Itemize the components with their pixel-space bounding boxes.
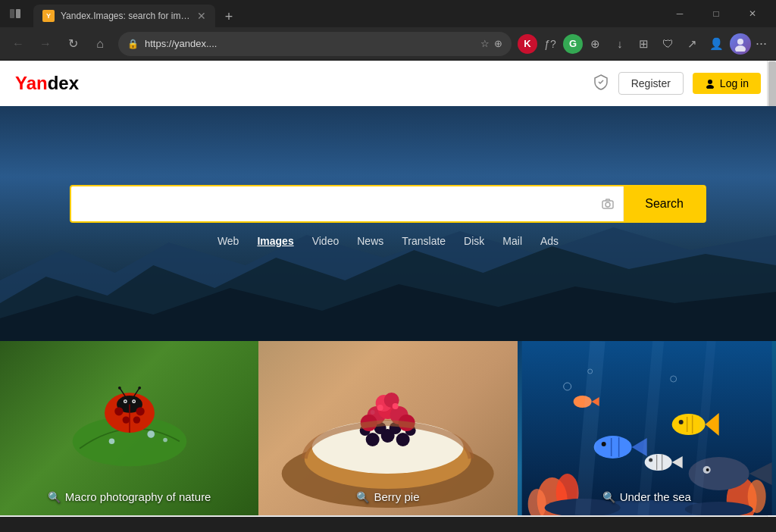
svg-point-14 xyxy=(114,407,123,415)
svg-rect-1 xyxy=(16,9,20,18)
nav-images[interactable]: Images xyxy=(257,235,293,247)
svg-point-48 xyxy=(393,403,399,409)
svg-point-61 xyxy=(678,420,683,424)
nav-web[interactable]: Web xyxy=(217,235,239,247)
svg-point-64 xyxy=(593,436,631,458)
forward-btn[interactable]: → xyxy=(33,32,58,56)
active-tab[interactable]: Y Yandex.Images: search for image... ✕ xyxy=(33,5,215,27)
k-extension-btn[interactable]: K xyxy=(518,34,537,54)
shield-icon[interactable] xyxy=(593,74,609,94)
sea-illustration xyxy=(518,341,776,515)
yandex-header: Yandex Register Log in xyxy=(0,61,776,106)
svg-point-25 xyxy=(118,386,121,390)
svg-point-49 xyxy=(371,410,375,415)
nav-video[interactable]: Video xyxy=(312,235,340,247)
search-icon-ladybug: 🔍 xyxy=(48,491,61,503)
home-btn[interactable]: ⌂ xyxy=(88,32,112,56)
search-bar[interactable]: Search xyxy=(70,185,706,223)
refresh-btn[interactable]: ↻ xyxy=(61,32,85,56)
extensions-icon-2[interactable]: ↓ xyxy=(609,33,631,55)
login-button[interactable]: Log in xyxy=(693,73,761,94)
search-icon-pie: 🔍 xyxy=(356,491,369,503)
g-extension-btn[interactable]: G xyxy=(563,34,583,54)
image-grid: 🔍 Macro photography of nature xyxy=(0,341,776,515)
toolbar-icons: K ƒ? G ⊕ ↓ ⊞ 🛡 ↗ 👤 ··· xyxy=(518,33,770,55)
pie-label: 🔍 Berry pie xyxy=(356,490,419,503)
sidebar-toggle-btn[interactable] xyxy=(6,5,24,23)
pie-illustration xyxy=(258,341,517,515)
scrollbar-thumb[interactable] xyxy=(768,61,776,107)
svg-point-10 xyxy=(605,202,610,207)
extensions-icon-3[interactable]: ⊞ xyxy=(633,33,656,55)
ladybug-label: 🔍 Macro photography of nature xyxy=(48,490,211,503)
header-right: Register Log in xyxy=(593,72,761,95)
svg-point-79 xyxy=(706,468,709,471)
more-options-btn[interactable]: ··· xyxy=(753,36,770,52)
yandex-logo: Yandex xyxy=(15,73,79,94)
window-action-controls: ─ □ ✕ xyxy=(662,2,770,26)
address-text: https://yandex.... xyxy=(145,38,474,49)
svg-point-4 xyxy=(708,80,712,84)
tab-favicon: Y xyxy=(42,10,55,22)
extensions-icon-1[interactable]: ⊕ xyxy=(584,33,607,55)
ladybug-illustration xyxy=(54,349,205,470)
extensions-icon-5[interactable]: ↗ xyxy=(681,33,704,55)
sea-label: 🔍 Under the sea xyxy=(602,490,691,503)
address-bar-icons: ☆ ⊕ xyxy=(480,38,502,49)
image-card-ladybug[interactable]: 🔍 Macro photography of nature xyxy=(0,341,258,515)
svg-point-29 xyxy=(163,438,167,443)
camera-search-btn[interactable] xyxy=(592,185,624,223)
nav-news[interactable]: News xyxy=(357,235,383,247)
svg-point-22 xyxy=(133,401,134,402)
svg-point-28 xyxy=(108,439,114,445)
scan-icon[interactable]: ⊕ xyxy=(494,38,502,49)
status-bar: https://yandex.com/images/search?text=un… xyxy=(0,515,776,517)
nav-mail[interactable]: Mail xyxy=(502,235,522,247)
hero-section: Search Web Images Video News Translate D… xyxy=(0,106,776,341)
search-container: Search Web Images Video News Translate D… xyxy=(70,185,706,247)
svg-point-47 xyxy=(377,405,383,411)
search-button[interactable]: Search xyxy=(624,185,705,223)
back-btn[interactable]: ← xyxy=(6,32,30,56)
browser-navbar: ← → ↻ ⌂ 🔒 https://yandex.... ☆ ⊕ K ƒ? xyxy=(0,27,776,61)
user-avatar[interactable] xyxy=(730,33,751,55)
lock-icon: 🔒 xyxy=(127,39,139,49)
svg-point-5 xyxy=(706,85,714,89)
tab-bar: Y Yandex.Images: search for image... ✕ + xyxy=(33,0,345,27)
register-button[interactable]: Register xyxy=(618,72,684,95)
window-controls xyxy=(6,5,24,23)
svg-point-27 xyxy=(147,430,154,437)
svg-point-3 xyxy=(735,45,746,52)
svg-point-16 xyxy=(122,416,129,423)
close-window-btn[interactable]: ✕ xyxy=(735,2,770,26)
tab-close-btn[interactable]: ✕ xyxy=(197,11,206,21)
image-card-pie[interactable]: 🔍 Berry pie xyxy=(258,341,517,515)
nav-ads[interactable]: Ads xyxy=(540,235,559,247)
minimize-btn[interactable]: ─ xyxy=(662,2,697,26)
svg-point-2 xyxy=(737,39,743,45)
svg-point-21 xyxy=(124,401,126,402)
image-card-sea[interactable]: 🔍 Under the sea xyxy=(518,341,776,515)
svg-point-17 xyxy=(133,416,139,423)
search-input[interactable] xyxy=(71,197,592,211)
maximize-btn[interactable]: □ xyxy=(699,2,734,26)
browser-titlebar: Y Yandex.Images: search for image... ✕ +… xyxy=(0,0,776,27)
search-icon-sea: 🔍 xyxy=(602,491,615,503)
svg-rect-0 xyxy=(10,9,14,18)
svg-point-66 xyxy=(601,442,605,446)
f-extension-btn[interactable]: ƒ? xyxy=(539,33,562,55)
star-icon[interactable]: ☆ xyxy=(480,38,490,49)
extensions-icon-4[interactable]: 🛡 xyxy=(657,33,680,55)
extensions-icon-6[interactable]: 👤 xyxy=(706,33,728,55)
nav-translate[interactable]: Translate xyxy=(402,235,446,247)
new-tab-btn[interactable]: + xyxy=(218,6,239,27)
svg-point-26 xyxy=(138,386,141,390)
search-nav: Web Images Video News Translate Disk Mai… xyxy=(217,235,559,247)
svg-point-15 xyxy=(136,407,144,415)
address-bar[interactable]: 🔒 https://yandex.... ☆ ⊕ xyxy=(118,32,512,56)
tab-title: Yandex.Images: search for image... xyxy=(61,11,191,21)
nav-disk[interactable]: Disk xyxy=(464,235,484,247)
page-content: Yandex Register Log in xyxy=(0,61,776,517)
